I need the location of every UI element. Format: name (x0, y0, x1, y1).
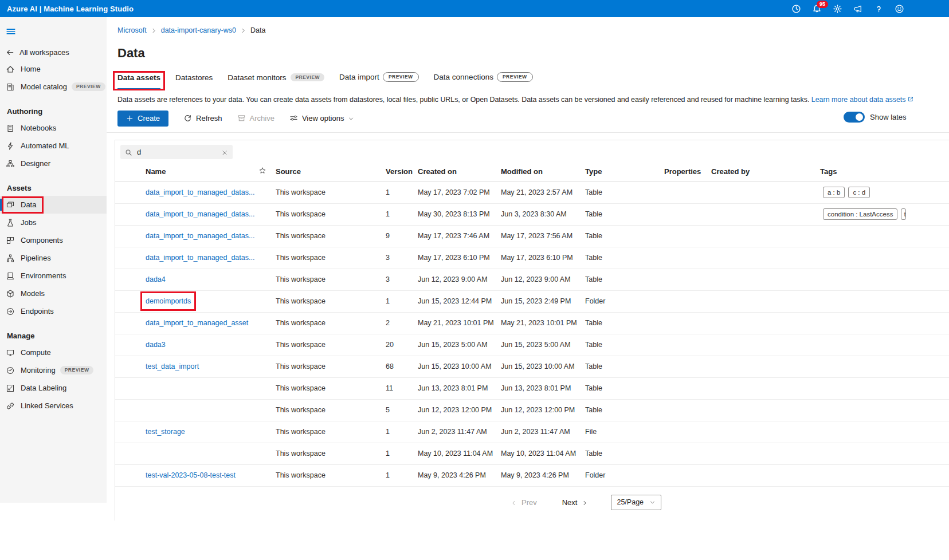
tab-data-connections[interactable]: Data connectionsPREVIEW (434, 72, 533, 90)
sidebar-item-label: Linked Services (21, 401, 73, 410)
next-page-button[interactable]: Next (562, 498, 589, 507)
data-asset-link[interactable]: test_storage (146, 428, 185, 436)
sidebar-item-pipelines[interactable]: Pipelines (0, 249, 107, 267)
table-row[interactable]: data_import_to_managed_datas...This work… (115, 226, 949, 247)
sidebar-item-data-labeling[interactable]: Data Labeling (0, 379, 107, 397)
help-icon[interactable] (874, 4, 884, 14)
table-row[interactable]: data_import_to_managed_datas...This work… (115, 182, 949, 204)
add-icon (126, 115, 134, 122)
cell-created-on: Jun 12, 2023 12:00 PM (418, 406, 501, 414)
sidebar-item-home[interactable]: Home (0, 60, 107, 78)
data-asset-link[interactable]: demoimportds (146, 297, 191, 305)
all-workspaces-back[interactable]: All workspaces (0, 45, 107, 60)
table-row[interactable]: test_storageThis workspace1Jun 2, 2023 1… (115, 421, 949, 443)
cell-created-on: May 17, 2023 7:02 PM (418, 188, 501, 196)
cell-type: Table (585, 362, 664, 370)
hamburger-menu-icon[interactable] (6, 26, 16, 37)
table-row[interactable]: data_import_to_managed_datas...This work… (115, 247, 949, 269)
sidebar-item-models[interactable]: Models (0, 285, 107, 302)
data-asset-link[interactable]: data_import_to_managed_asset (146, 319, 248, 327)
tab-data-import[interactable]: Data importPREVIEW (339, 72, 418, 90)
table-body: data_import_to_managed_datas...This work… (115, 182, 949, 487)
data-asset-link[interactable]: dada4 (146, 275, 166, 283)
data-asset-link[interactable]: data_import_to_managed_datas... (146, 188, 254, 196)
data-asset-link[interactable]: dada3 (146, 341, 166, 349)
tab-datastores[interactable]: Datastores (175, 73, 213, 90)
refresh-button[interactable]: Refresh (183, 111, 222, 127)
search-input[interactable] (137, 148, 217, 156)
bell-icon[interactable]: 95 (812, 4, 822, 14)
sidebar-item-label: Compute (21, 348, 51, 357)
megaphone-icon[interactable] (853, 4, 863, 14)
cell-modified-on: May 21, 2023 2:57 AM (501, 188, 585, 196)
archive-button[interactable]: Archive (237, 111, 274, 127)
chevron-right-icon (582, 499, 588, 506)
cell-created-on: May 21, 2023 10:01 PM (418, 319, 501, 327)
cell-name: data_import_to_managed_datas... (146, 232, 258, 240)
prev-page-button[interactable]: Prev (511, 498, 537, 507)
smiley-icon[interactable] (895, 4, 904, 14)
cell-name: data_import_to_managed_asset (146, 319, 258, 327)
sidebar-item-notebooks[interactable]: Notebooks (0, 119, 107, 137)
table-row[interactable]: demoimportdsThis workspace1Jun 15, 2023 … (115, 291, 949, 313)
clock-icon[interactable] (791, 4, 801, 14)
gear-icon[interactable] (833, 4, 842, 14)
tab-data-assets[interactable]: Data assets (117, 73, 160, 90)
cell-created-on: May 17, 2023 7:46 AM (418, 232, 501, 240)
table-row[interactable]: data_import_to_managed_datas...This work… (115, 204, 949, 226)
table-row[interactable]: This workspace11Jun 13, 2023 8:01 PMJun … (115, 378, 949, 400)
page-size-dropdown[interactable]: 25/Page (611, 495, 661, 510)
sidebar-item-environments[interactable]: Environments (0, 267, 107, 285)
sidebar-item-endpoints[interactable]: Endpoints (0, 302, 107, 320)
table-row[interactable]: dada3This workspace20Jun 15, 2023 5:00 A… (115, 334, 949, 356)
sidebar-item-designer[interactable]: Designer (0, 155, 107, 172)
tab-dataset-monitors[interactable]: Dataset monitorsPREVIEW (228, 73, 324, 90)
breadcrumb-item[interactable]: Microsoft (117, 26, 147, 34)
topbar-icon-group: 95 (791, 0, 904, 17)
create-button[interactable]: Create (117, 111, 168, 127)
sidebar-item-monitoring[interactable]: MonitoringPREVIEW (0, 361, 107, 379)
app-title: Azure AI | Machine Learning Studio (0, 5, 134, 13)
cell-type: Table (585, 188, 664, 196)
table-row[interactable]: data_import_to_managed_assetThis workspa… (115, 313, 949, 334)
show-latest-toggle[interactable] (844, 112, 865, 123)
cell-version: 68 (386, 362, 418, 370)
cell-created-on: Jun 15, 2023 10:00 AM (418, 362, 501, 370)
sidebar-item-automated-ml[interactable]: Automated ML (0, 137, 107, 155)
column-header-name: Name (146, 167, 258, 176)
preview-badge: PREVIEW (383, 72, 419, 82)
breadcrumb-chevron-icon (240, 27, 246, 34)
breadcrumb: Microsoftdata-import-canary-ws0Data (107, 17, 949, 34)
sidebar-item-data[interactable]: Data (0, 196, 107, 214)
tab-label: Data connections (434, 73, 493, 81)
data-asset-link[interactable]: data_import_to_managed_datas... (146, 210, 254, 218)
view-options-button[interactable]: View options (289, 111, 354, 127)
sidebar-item-compute[interactable]: Compute (0, 344, 107, 361)
learn-more-link[interactable]: Learn more about data assets (811, 96, 915, 104)
data-asset-link[interactable]: data_import_to_managed_datas... (146, 254, 254, 262)
cell-modified-on: Jun 12, 2023 12:00 PM (501, 406, 585, 414)
sidebar: All workspaces HomeModel catalogPREVIEWA… (0, 17, 107, 503)
sidebar-item-linked-services[interactable]: Linked Services (0, 397, 107, 415)
table-row[interactable]: test_data_importThis workspace68Jun 15, … (115, 356, 949, 378)
cell-source: This workspace (276, 428, 386, 436)
column-header-version: Version (386, 167, 418, 176)
sidebar-item-model-catalog[interactable]: Model catalogPREVIEW (0, 78, 107, 96)
cell-name: dada3 (146, 341, 258, 349)
data-asset-link[interactable]: data_import_to_managed_datas... (146, 232, 254, 240)
search-box[interactable] (120, 145, 233, 159)
sidebar-item-label: Notebooks (21, 124, 56, 132)
sidebar-item-components[interactable]: Components (0, 231, 107, 249)
sidebar-item-label: Environments (21, 271, 66, 280)
search-icon (125, 148, 132, 156)
data-asset-link[interactable]: test-val-2023-05-08-test-test (146, 471, 236, 479)
sidebar-item-label: Automated ML (21, 141, 69, 150)
table-row[interactable]: This workspace1May 10, 2023 11:04 AMMay … (115, 443, 949, 465)
table-row[interactable]: test-val-2023-05-08-test-testThis worksp… (115, 465, 949, 487)
sidebar-item-jobs[interactable]: Jobs (0, 214, 107, 231)
clear-search-icon[interactable] (221, 148, 228, 155)
table-row[interactable]: dada4This workspace3Jun 12, 2023 9:00 AM… (115, 269, 949, 291)
data-asset-link[interactable]: test_data_import (146, 362, 199, 370)
breadcrumb-item[interactable]: data-import-canary-ws0 (161, 26, 236, 34)
table-row[interactable]: This workspace5Jun 12, 2023 12:00 PMJun … (115, 400, 949, 421)
